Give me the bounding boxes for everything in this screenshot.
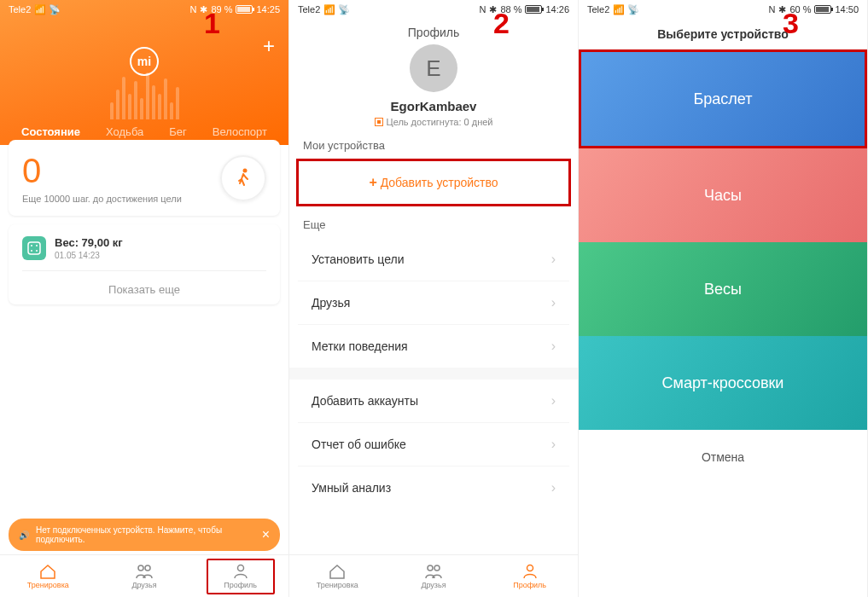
- add-button[interactable]: +: [263, 34, 275, 58]
- snackbar[interactable]: 🔊 Нет подключенных устройств. Нажмите, ч…: [9, 519, 280, 551]
- device-shoes[interactable]: Смарт-кроссовки: [579, 336, 867, 430]
- svg-point-10: [434, 565, 440, 571]
- status-bar: Tele2 📶 📡 N ✱ 60 % 14:50: [579, 0, 867, 19]
- goal-streak: Цель достигнута: 0 дней: [289, 117, 578, 127]
- item-set-goals[interactable]: Установить цели›: [298, 238, 569, 281]
- nav-profile[interactable]: Профиль: [496, 560, 564, 593]
- battery-icon: [525, 5, 542, 14]
- signal-icon: 📶: [323, 4, 335, 15]
- walk-icon: [220, 155, 266, 201]
- mi-logo: mi: [130, 47, 159, 76]
- list-accounts: Добавить аккаунты› Отчет об ошибке› Умны…: [298, 380, 569, 509]
- chevron-right-icon: ›: [551, 393, 556, 409]
- chevron-right-icon: ›: [551, 437, 556, 452]
- weight-card[interactable]: Вес: 79,00 кг 01.05 14:23 Показать еще: [9, 224, 280, 304]
- svg-point-7: [145, 565, 150, 571]
- snackbar-text: Нет подключенных устройств. Нажмите, что…: [36, 525, 255, 544]
- chevron-right-icon: ›: [551, 339, 556, 354]
- bottom-nav: Тренировка Друзья Профиль: [0, 554, 288, 597]
- tab-bike[interactable]: Велоспорт: [213, 125, 267, 138]
- step-number-1: 1: [204, 7, 220, 40]
- bottom-nav: Тренировка Друзья Профиль: [289, 554, 578, 597]
- top-tabs: Состояние Ходьба Бег Велоспорт: [0, 125, 288, 138]
- nav-friends[interactable]: Друзья: [399, 560, 468, 593]
- svg-rect-1: [28, 242, 40, 254]
- nfc-icon: N: [768, 4, 775, 14]
- svg-point-0: [243, 168, 248, 172]
- activity-bars: [0, 68, 288, 119]
- nav-training[interactable]: Тренировка: [14, 560, 82, 593]
- steps-subtext: Еще 10000 шаг. до достижения цели: [22, 194, 182, 204]
- speaker-icon: 🔊: [19, 530, 29, 540]
- steps-card[interactable]: 0 Еще 10000 шаг. до достижения цели: [9, 140, 280, 216]
- clock: 14:25: [256, 4, 280, 14]
- signal-icon: 📶: [613, 4, 624, 15]
- carrier: Tele2: [298, 4, 320, 14]
- username: EgorKambaev: [289, 99, 578, 113]
- clock: 14:50: [835, 4, 859, 14]
- device-watch[interactable]: Часы: [579, 148, 867, 242]
- chevron-right-icon: ›: [551, 480, 556, 496]
- nfc-icon: N: [189, 4, 196, 14]
- page-title: Профиль: [289, 26, 578, 39]
- svg-point-8: [237, 565, 243, 571]
- show-more-button[interactable]: Показать еще: [22, 270, 266, 296]
- section-more: Еще: [289, 206, 578, 238]
- list-more: Установить цели› Друзья› Метки поведения…: [298, 238, 569, 368]
- chevron-right-icon: ›: [551, 252, 556, 267]
- step-number-2: 2: [493, 7, 510, 40]
- close-icon[interactable]: ×: [262, 527, 270, 542]
- tab-run[interactable]: Бег: [169, 125, 187, 138]
- wifi-icon: 📡: [49, 4, 61, 15]
- carrier: Tele2: [587, 4, 609, 14]
- svg-point-9: [428, 565, 433, 571]
- item-friends[interactable]: Друзья›: [298, 281, 569, 325]
- steps-count: 0: [22, 152, 182, 190]
- nav-profile[interactable]: Профиль: [207, 559, 275, 594]
- scale-icon: [22, 236, 46, 260]
- svg-point-6: [138, 565, 143, 571]
- cancel-button[interactable]: Отмена: [579, 430, 867, 484]
- wifi-icon: 📡: [627, 4, 639, 15]
- target-icon: [375, 118, 383, 126]
- svg-point-5: [36, 250, 38, 252]
- weight-date: 01.05 14:23: [55, 251, 123, 260]
- add-device-button[interactable]: + Добавить устройство: [307, 161, 560, 204]
- page-title: Выберите устройство: [579, 19, 867, 49]
- weight-value: Вес: 79,00 кг: [55, 236, 123, 249]
- item-smart-analysis[interactable]: Умный анализ›: [298, 467, 569, 509]
- tab-walk[interactable]: Ходьба: [106, 125, 143, 138]
- step-number-3: 3: [783, 7, 799, 40]
- device-bracelet[interactable]: Браслет: [581, 52, 865, 146]
- item-bug-report[interactable]: Отчет об ошибке›: [298, 423, 569, 467]
- chevron-right-icon: ›: [551, 295, 556, 310]
- nav-friends[interactable]: Друзья: [110, 560, 178, 593]
- section-my-devices: Мои устройства: [289, 127, 578, 159]
- nav-training[interactable]: Тренировка: [303, 560, 371, 593]
- nfc-icon: N: [479, 4, 486, 14]
- status-bar: Tele2 📶 📡 N ✱ 89 % 14:25: [0, 0, 288, 19]
- svg-point-11: [527, 565, 533, 571]
- svg-point-2: [31, 245, 32, 246]
- battery-icon: [236, 5, 253, 14]
- signal-icon: 📶: [34, 4, 45, 15]
- battery-icon: [814, 5, 831, 14]
- status-bar: Tele2 📶 📡 N ✱ 88 % 14:26: [289, 0, 578, 19]
- avatar[interactable]: E: [410, 44, 457, 92]
- wifi-icon: 📡: [338, 4, 350, 15]
- item-behavior[interactable]: Метки поведения›: [298, 325, 569, 368]
- svg-point-4: [31, 250, 32, 252]
- device-scale[interactable]: Весы: [579, 242, 867, 336]
- svg-point-3: [36, 245, 38, 246]
- item-add-accounts[interactable]: Добавить аккаунты›: [298, 380, 569, 423]
- carrier: Tele2: [9, 4, 31, 14]
- clock: 14:26: [545, 4, 569, 14]
- tab-status[interactable]: Состояние: [21, 125, 80, 138]
